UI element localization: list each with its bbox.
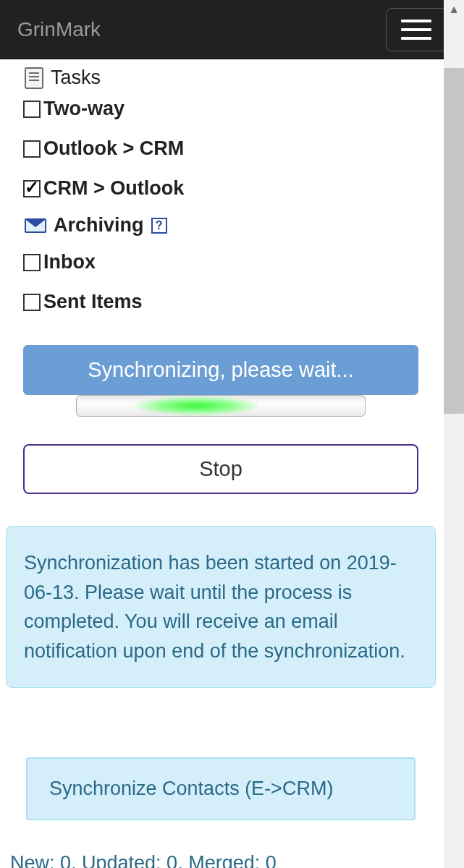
help-icon[interactable]: ?	[151, 218, 167, 234]
mail-icon	[25, 218, 46, 233]
checkbox-two-way[interactable]	[23, 101, 41, 118]
option-two-way-label: Two-way	[43, 98, 125, 120]
scrollbar-track[interactable]: ▲	[444, 0, 464, 868]
checkbox-inbox[interactable]	[23, 254, 41, 271]
brand-label[interactable]: GrinMark	[17, 18, 101, 41]
option-outlook-to-crm-label: Outlook > CRM	[43, 137, 184, 160]
main-content: Tasks Two-way Outlook > CRM CRM > Outloo…	[0, 62, 442, 868]
top-nav: GrinMark	[0, 0, 464, 59]
option-inbox-label: Inbox	[43, 251, 96, 273]
option-crm-to-outlook[interactable]: CRM > Outlook	[23, 173, 437, 204]
progress-fill	[135, 396, 258, 415]
section-tasks: Tasks	[25, 62, 437, 93]
option-crm-to-outlook-label: CRM > Outlook	[43, 177, 184, 200]
hamburger-icon	[401, 20, 431, 22]
section-archiving-label: Archiving	[54, 214, 144, 237]
option-sent-items[interactable]: Sent Items	[23, 286, 437, 318]
section-tasks-label: Tasks	[51, 67, 101, 89]
sync-counts: New: 0, Updated: 0, Merged: 0	[10, 852, 431, 868]
stop-button[interactable]: Stop	[23, 444, 418, 494]
sync-info-message: Synchronization has been started on 2019…	[6, 526, 436, 688]
checkbox-crm-to-outlook[interactable]	[23, 180, 41, 197]
section-archiving: Archiving ?	[25, 210, 437, 241]
checkbox-sent-items[interactable]	[23, 294, 41, 311]
option-outlook-to-crm[interactable]: Outlook > CRM	[23, 133, 437, 164]
option-two-way[interactable]: Two-way	[23, 93, 437, 124]
sync-step-panel: Synchronize Contacts (E->CRM)	[26, 757, 416, 820]
chevron-up-icon[interactable]: ▲	[448, 3, 460, 16]
sync-status-banner: Synchronizing, please wait...	[23, 345, 418, 395]
tasks-icon	[25, 67, 43, 89]
scrollbar-thumb[interactable]	[444, 68, 464, 414]
menu-button[interactable]	[386, 8, 447, 51]
option-inbox[interactable]: Inbox	[23, 247, 437, 278]
option-sent-items-label: Sent Items	[43, 291, 143, 313]
progress-bar	[76, 395, 366, 417]
checkbox-outlook-to-crm[interactable]	[23, 140, 41, 158]
